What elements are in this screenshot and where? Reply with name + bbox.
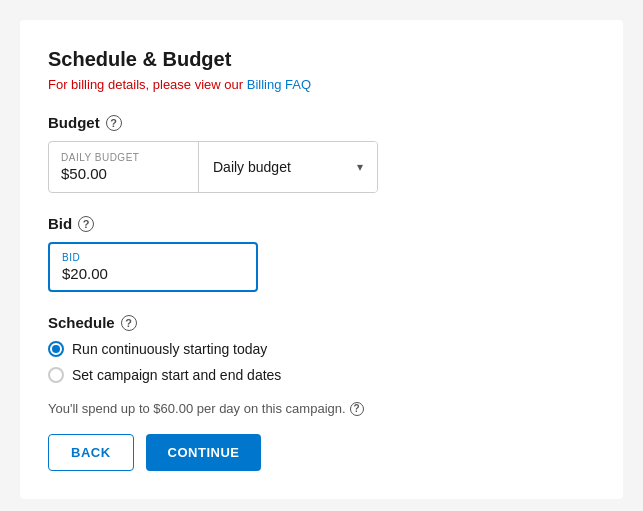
radio-label-run-continuously: Run continuously starting today xyxy=(72,341,267,357)
billing-faq-link[interactable]: Billing FAQ xyxy=(247,77,311,92)
budget-row: DAILY BUDGET $50.00 Daily budget ▾ xyxy=(48,141,378,193)
billing-info-text: For billing details, please view our xyxy=(48,77,243,92)
spend-notice-text: You'll spend up to $60.00 per day on thi… xyxy=(48,401,346,416)
bid-input[interactable]: BID $20.00 xyxy=(48,242,258,292)
radio-run-continuously[interactable]: Run continuously starting today xyxy=(48,341,595,357)
schedule-budget-card: Schedule & Budget For billing details, p… xyxy=(20,20,623,499)
daily-budget-value: $50.00 xyxy=(61,165,186,182)
bid-section: Bid ? BID $20.00 xyxy=(48,215,595,292)
schedule-help-icon[interactable]: ? xyxy=(121,315,137,331)
budget-section-label: Budget ? xyxy=(48,114,595,131)
bid-help-icon[interactable]: ? xyxy=(78,216,94,232)
budget-dropdown-text: Daily budget xyxy=(213,159,291,175)
radio-circle-set-dates xyxy=(48,367,64,383)
radio-label-set-dates: Set campaign start and end dates xyxy=(72,367,281,383)
schedule-radio-group: Run continuously starting today Set camp… xyxy=(48,341,595,383)
budget-type-dropdown[interactable]: Daily budget ▾ xyxy=(199,142,377,192)
bid-label: BID xyxy=(62,252,244,263)
daily-budget-input[interactable]: DAILY BUDGET $50.00 xyxy=(49,142,199,192)
chevron-down-icon: ▾ xyxy=(357,160,363,174)
continue-button[interactable]: CONTINUE xyxy=(146,434,262,471)
budget-help-icon[interactable]: ? xyxy=(106,115,122,131)
button-row: BACK CONTINUE xyxy=(48,434,595,471)
radio-set-dates[interactable]: Set campaign start and end dates xyxy=(48,367,595,383)
spend-notice-help-icon[interactable]: ? xyxy=(350,402,364,416)
bid-section-label: Bid ? xyxy=(48,215,595,232)
back-button[interactable]: BACK xyxy=(48,434,134,471)
daily-budget-label: DAILY BUDGET xyxy=(61,152,186,163)
radio-circle-run-continuously xyxy=(48,341,64,357)
page-title: Schedule & Budget xyxy=(48,48,595,71)
billing-info: For billing details, please view our Bil… xyxy=(48,77,595,92)
bid-value: $20.00 xyxy=(62,265,244,282)
schedule-section-label: Schedule ? xyxy=(48,314,595,331)
spend-notice: You'll spend up to $60.00 per day on thi… xyxy=(48,401,595,416)
schedule-section: Schedule ? Run continuously starting tod… xyxy=(48,314,595,383)
